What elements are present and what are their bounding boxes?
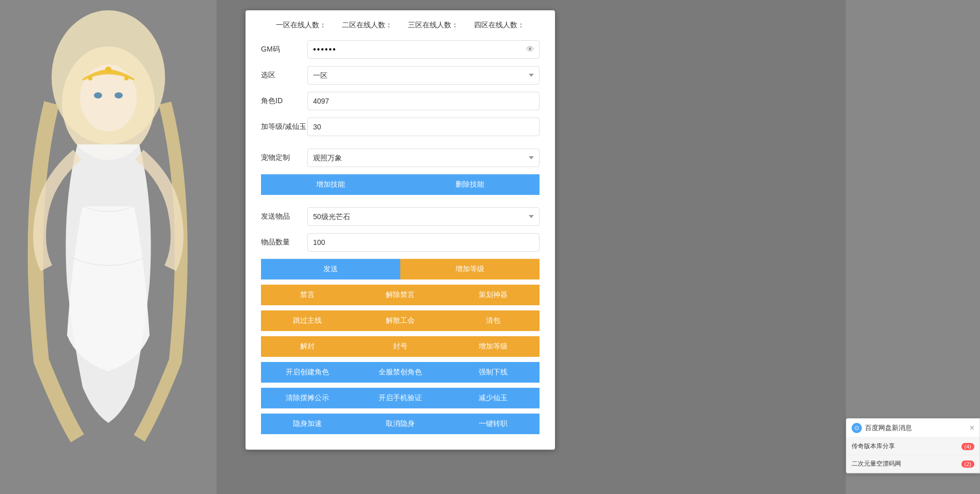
level-gem-label: 加等级/减仙玉 bbox=[261, 122, 307, 131]
gm-code-wrapper: 👁 bbox=[307, 40, 540, 59]
eye-icon[interactable]: 👁 bbox=[526, 45, 534, 54]
notification-item-text-0: 传奇版本库分享 bbox=[852, 442, 895, 451]
spacer1 bbox=[261, 143, 540, 149]
item-row: 发送物品 50级光芒石 bbox=[261, 207, 540, 226]
gm-code-label: GM码 bbox=[261, 45, 307, 54]
svg-point-5 bbox=[115, 92, 123, 98]
create-char-row: 开启创建角色 全服禁创角色 强制下线 bbox=[261, 362, 540, 383]
one-key-transfer-button[interactable]: 一键转职 bbox=[447, 414, 540, 434]
notification-icon: ⊙ bbox=[852, 423, 862, 433]
svg-point-7 bbox=[88, 76, 92, 80]
region2-online: 二区在线人数： bbox=[342, 21, 393, 30]
level-gem-input[interactable] bbox=[307, 118, 540, 136]
svg-point-4 bbox=[94, 92, 102, 98]
char-id-label: 角色ID bbox=[261, 96, 307, 106]
send-button[interactable]: 发送 bbox=[261, 259, 400, 279]
unseal-button[interactable]: 解封 bbox=[261, 336, 354, 357]
region4-online: 四区在线人数： bbox=[474, 21, 525, 30]
region3-online: 三区在线人数： bbox=[408, 21, 459, 30]
ban-row: 禁言 解除禁言 策划神器 bbox=[261, 285, 540, 305]
quantity-row: 物品数量 bbox=[261, 233, 540, 252]
quantity-label: 物品数量 bbox=[261, 238, 307, 247]
right-area: ⊙ 百度网盘新消息 × 传奇版本库分享 (4) 二次元量空漂码网 (2) bbox=[846, 0, 980, 494]
send-addlevel-row: 发送 增加等级 bbox=[261, 259, 540, 279]
pet-row: 宠物定制 观照万象 bbox=[261, 149, 540, 167]
plan-artifact-button[interactable]: 策划神器 bbox=[447, 285, 540, 305]
open-phone-verify-button[interactable]: 开启手机验证 bbox=[354, 388, 447, 408]
region1-online: 一区在线人数： bbox=[276, 21, 326, 30]
item-select[interactable]: 50级光芒石 bbox=[307, 207, 540, 226]
ban-create-char-button[interactable]: 全服禁创角色 bbox=[354, 362, 447, 383]
region-row: 选区 一区 二区 三区 四区 bbox=[261, 66, 540, 85]
cancel-stealth-button[interactable]: 取消隐身 bbox=[354, 414, 447, 434]
background-left bbox=[0, 0, 246, 494]
skill-buttons-row: 增加技能 删除技能 bbox=[261, 174, 540, 195]
character-illustration bbox=[0, 0, 217, 494]
gm-code-row: GM码 👁 bbox=[261, 40, 540, 59]
seal-row: 解封 封号 增加等级 bbox=[261, 336, 540, 357]
notification-item-text-1: 二次元量空漂码网 bbox=[852, 459, 901, 468]
notice-row: 清除摆摊公示 开启手机验证 减少仙玉 bbox=[261, 388, 540, 408]
main-panel: 一区在线人数： 二区在线人数： 三区在线人数： 四区在线人数： GM码 👁 选区… bbox=[246, 10, 555, 450]
jump-mainline-button[interactable]: 跳过主线 bbox=[261, 310, 354, 331]
char-id-input[interactable] bbox=[307, 92, 540, 110]
notification-item-1[interactable]: 二次元量空漂码网 (2) bbox=[846, 455, 979, 473]
notification-item-count-1: (2) bbox=[961, 460, 974, 468]
region-label: 选区 bbox=[261, 71, 307, 80]
svg-point-3 bbox=[80, 64, 137, 131]
ban-button[interactable]: 禁言 bbox=[261, 285, 354, 305]
spacer2 bbox=[261, 202, 540, 207]
item-label: 发送物品 bbox=[261, 212, 307, 221]
quantity-input[interactable] bbox=[307, 233, 540, 252]
pet-label: 宠物定制 bbox=[261, 153, 307, 162]
online-stats: 一区在线人数： 二区在线人数： 三区在线人数： 四区在线人数： bbox=[261, 21, 540, 30]
region-select[interactable]: 一区 二区 三区 四区 bbox=[307, 66, 540, 85]
mainline-row: 跳过主线 解散工会 清包 bbox=[261, 310, 540, 331]
clear-notice-button[interactable]: 清除摆摊公示 bbox=[261, 388, 354, 408]
notification-title-row: ⊙ 百度网盘新消息 bbox=[852, 423, 912, 433]
notification-item-count-0: (4) bbox=[961, 443, 974, 450]
svg-point-6 bbox=[105, 67, 111, 73]
open-create-char-button[interactable]: 开启创建角色 bbox=[261, 362, 354, 383]
add-level2-button[interactable]: 增加等级 bbox=[447, 336, 540, 357]
char-id-row: 角色ID bbox=[261, 92, 540, 110]
unban-button[interactable]: 解除禁言 bbox=[354, 285, 447, 305]
force-offline-button[interactable]: 强制下线 bbox=[447, 362, 540, 383]
remove-skill-button[interactable]: 删除技能 bbox=[400, 174, 540, 195]
notification-title: 百度网盘新消息 bbox=[865, 423, 912, 433]
stealth-row: 隐身加速 取消隐身 一键转职 bbox=[261, 414, 540, 434]
notification-close[interactable]: × bbox=[970, 423, 974, 433]
clear-bag-button[interactable]: 清包 bbox=[447, 310, 540, 331]
disband-guild-button[interactable]: 解散工会 bbox=[354, 310, 447, 331]
reduce-jade-button[interactable]: 减少仙玉 bbox=[447, 388, 540, 408]
notification-header: ⊙ 百度网盘新消息 × bbox=[846, 419, 979, 438]
stealth-speed-button[interactable]: 隐身加速 bbox=[261, 414, 354, 434]
gm-code-input[interactable] bbox=[307, 40, 540, 59]
level-gem-row: 加等级/减仙玉 bbox=[261, 118, 540, 136]
seal-button[interactable]: 封号 bbox=[354, 336, 447, 357]
notification-item-0[interactable]: 传奇版本库分享 (4) bbox=[846, 438, 979, 455]
notification-panel: ⊙ 百度网盘新消息 × 传奇版本库分享 (4) 二次元量空漂码网 (2) bbox=[846, 418, 980, 473]
pet-select[interactable]: 观照万象 bbox=[307, 149, 540, 167]
add-level-button[interactable]: 增加等级 bbox=[400, 259, 540, 279]
svg-point-8 bbox=[124, 76, 128, 80]
add-skill-button[interactable]: 增加技能 bbox=[261, 174, 400, 195]
